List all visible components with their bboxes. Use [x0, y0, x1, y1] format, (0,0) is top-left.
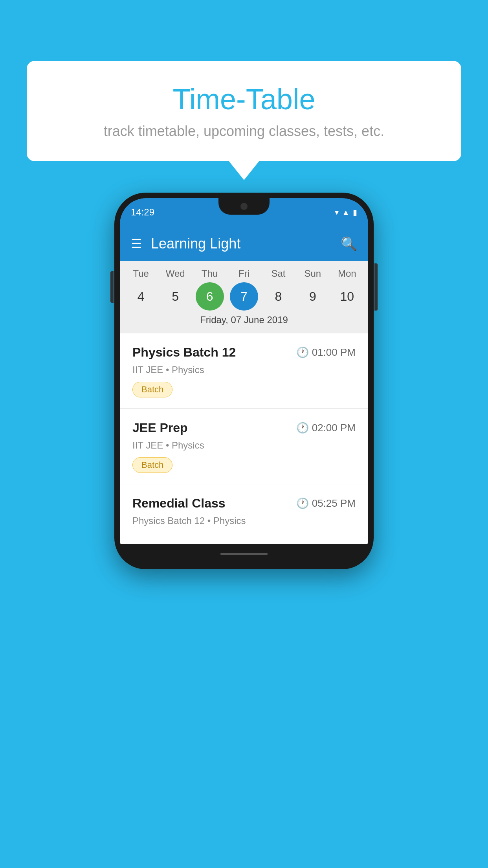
- day-name-fri[interactable]: Fri: [230, 268, 258, 279]
- item-1-subtitle: IIT JEE • Physics: [132, 364, 356, 375]
- camera-dot: [240, 203, 248, 210]
- home-indicator: [220, 553, 268, 555]
- notch: [218, 198, 270, 215]
- item-2-time: 🕐 02:00 PM: [296, 422, 356, 434]
- item-2-header: JEE Prep 🕐 02:00 PM: [132, 421, 356, 435]
- item-1-title: Physics Batch 12: [132, 345, 236, 360]
- day-name-thu[interactable]: Thu: [196, 268, 224, 279]
- item-3-title: Remedial Class: [132, 496, 226, 511]
- volume-button: [110, 271, 114, 303]
- item-3-header: Remedial Class 🕐 05:25 PM: [132, 496, 356, 511]
- day-10[interactable]: 10: [333, 282, 361, 311]
- phone-bottom: [120, 544, 368, 564]
- day-names-row: Tue Wed Thu Fri Sat Sun Mon: [120, 268, 368, 279]
- bubble-title: Time-Table: [50, 83, 438, 116]
- status-bar: 14:29 ▾ ▲ ▮: [120, 198, 368, 226]
- day-8[interactable]: 8: [264, 282, 292, 311]
- search-icon[interactable]: 🔍: [341, 236, 357, 252]
- day-name-mon[interactable]: Mon: [333, 268, 361, 279]
- schedule-item-3[interactable]: Remedial Class 🕐 05:25 PM Physics Batch …: [120, 484, 368, 544]
- power-button: [374, 263, 378, 311]
- clock-icon-1: 🕐: [296, 346, 309, 359]
- phone-screen: 14:29 ▾ ▲ ▮ ☰ Learning Light 🔍: [120, 198, 368, 564]
- schedule-item-1[interactable]: Physics Batch 12 🕐 01:00 PM IIT JEE • Ph…: [120, 333, 368, 409]
- day-6-today[interactable]: 6: [196, 282, 224, 311]
- app-bar-left: ☰ Learning Light: [131, 235, 240, 252]
- schedule-item-2[interactable]: JEE Prep 🕐 02:00 PM IIT JEE • Physics Ba…: [120, 409, 368, 484]
- item-1-tag: Batch: [132, 382, 172, 397]
- item-2-subtitle: IIT JEE • Physics: [132, 440, 356, 451]
- item-1-header: Physics Batch 12 🕐 01:00 PM: [132, 345, 356, 360]
- day-9[interactable]: 9: [299, 282, 327, 311]
- clock-icon-2: 🕐: [296, 422, 309, 434]
- battery-icon: ▮: [353, 208, 357, 217]
- day-numbers-row: 4 5 6 7 8 9 10: [120, 282, 368, 311]
- day-5[interactable]: 5: [161, 282, 189, 311]
- phone-mockup: 14:29 ▾ ▲ ▮ ☰ Learning Light 🔍: [114, 193, 374, 569]
- day-4[interactable]: 4: [127, 282, 155, 311]
- speech-bubble: Time-Table track timetable, upcoming cla…: [27, 61, 461, 161]
- status-time: 14:29: [131, 207, 154, 218]
- item-3-subtitle: Physics Batch 12 • Physics: [132, 515, 356, 526]
- day-name-sat[interactable]: Sat: [264, 268, 292, 279]
- day-name-wed[interactable]: Wed: [161, 268, 189, 279]
- app-bar-title: Learning Light: [151, 235, 240, 252]
- item-3-time: 🕐 05:25 PM: [296, 497, 356, 509]
- item-2-title: JEE Prep: [132, 421, 188, 435]
- item-1-time: 🕐 01:00 PM: [296, 346, 356, 359]
- hamburger-icon[interactable]: ☰: [131, 237, 142, 250]
- calendar-strip: Tue Wed Thu Fri Sat Sun Mon 4 5 6 7 8 9 …: [120, 261, 368, 333]
- day-name-sun[interactable]: Sun: [299, 268, 327, 279]
- signal-icon: ▲: [342, 208, 350, 217]
- wifi-icon: ▾: [335, 208, 339, 217]
- app-bar: ☰ Learning Light 🔍: [120, 226, 368, 261]
- speech-bubble-container: Time-Table track timetable, upcoming cla…: [27, 61, 461, 161]
- day-name-tue[interactable]: Tue: [127, 268, 155, 279]
- day-7-selected[interactable]: 7: [230, 282, 258, 311]
- status-icons: ▾ ▲ ▮: [335, 208, 357, 217]
- phone-outer: 14:29 ▾ ▲ ▮ ☰ Learning Light 🔍: [114, 193, 374, 569]
- bubble-subtitle: track timetable, upcoming classes, tests…: [50, 123, 438, 140]
- schedule-container: Physics Batch 12 🕐 01:00 PM IIT JEE • Ph…: [120, 333, 368, 544]
- clock-icon-3: 🕐: [296, 497, 309, 509]
- selected-date-label: Friday, 07 June 2019: [120, 314, 368, 330]
- item-2-tag: Batch: [132, 457, 172, 473]
